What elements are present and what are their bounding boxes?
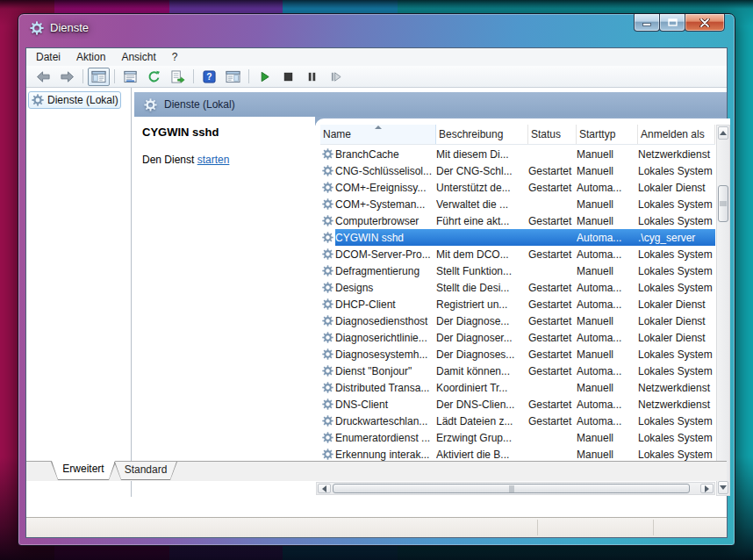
console-tree-panel: Dienste (Lokal) (26, 88, 132, 497)
stop-icon (281, 70, 296, 83)
cell-name: DCOM-Server-Pro... (335, 248, 436, 261)
stop-service-button[interactable] (277, 68, 299, 86)
column-header-anmelden-als[interactable]: Anmelden als (638, 125, 715, 144)
table-row[interactable]: BranchCacheMit diesem Di...ManuellNetzwe… (320, 146, 715, 162)
table-row[interactable]: Diagnosesystemh...Der Diagnoses...Gestar… (320, 346, 715, 363)
cell-anmelden: Lokaler Dienst (638, 332, 715, 344)
column-header-beschreibung[interactable]: Beschreibung (436, 125, 528, 144)
cell-status: Gestartet (528, 282, 577, 294)
right-arrow-icon (705, 485, 709, 492)
service-gear-icon (320, 298, 335, 310)
tree-item-dienste-lokal[interactable]: Dienste (Lokal) (28, 91, 121, 109)
column-header-name[interactable]: Name (320, 125, 436, 144)
cell-name: Dienst "Bonjour" (335, 365, 436, 377)
service-gear-icon (320, 282, 335, 293)
title-bar[interactable]: Dienste (18, 14, 735, 47)
cell-name: Distributed Transa... (335, 382, 436, 394)
service-gear-icon (320, 365, 335, 377)
table-row[interactable]: DefragmentierungStellt Funktion...Manuel… (320, 262, 715, 279)
menu-item-aktion[interactable]: Aktion (68, 49, 113, 65)
export-list-button[interactable] (167, 68, 189, 86)
vertical-scroll-thumb[interactable] (718, 185, 728, 222)
scroll-left-button[interactable] (318, 484, 331, 493)
pause-service-button[interactable] (301, 68, 323, 86)
menu-item-ansicht[interactable]: Ansicht (113, 49, 163, 65)
main-area: Dienste (Lokal) Dienste (Lokal) CYGWIN s… (26, 88, 727, 497)
table-row[interactable]: DHCP-ClientRegistriert un...GestartetAut… (320, 296, 715, 312)
cell-starttyp: Manuell (577, 165, 638, 177)
service-gear-icon (320, 215, 335, 226)
table-row[interactable]: Dienst "Bonjour"Damit können...Gestartet… (320, 363, 715, 379)
selected-service-name: CYGWIN sshd (142, 126, 219, 139)
column-header-starttyp[interactable]: Starttyp (577, 125, 638, 144)
back-button[interactable] (32, 68, 54, 86)
table-row[interactable]: Enumeratordienst ...Erzwingt Grup...Manu… (320, 429, 715, 446)
scroll-right-button[interactable] (700, 484, 714, 493)
cell-beschreibung: Aktiviert die B... (436, 449, 528, 461)
list-header: NameBeschreibungStatusStarttypAnmelden a… (320, 125, 715, 145)
cell-beschreibung: Führt eine akt... (436, 215, 528, 227)
show-console-tree-button[interactable] (88, 68, 110, 86)
cell-starttyp: Automa... (577, 365, 638, 377)
start-service-link[interactable]: starten (197, 154, 230, 166)
refresh-button[interactable] (143, 68, 165, 86)
forward-button[interactable] (56, 68, 78, 86)
column-header-label: Beschreibung (439, 128, 503, 140)
scroll-down-button[interactable] (718, 481, 728, 494)
help-button[interactable]: ? (198, 68, 220, 86)
table-row[interactable]: DCOM-Server-Pro...Mit dem DCO...Gestarte… (320, 246, 715, 262)
cell-anmelden: Lokales System (638, 282, 715, 294)
service-gear-icon (320, 198, 335, 210)
window-content: DateiAktionAnsicht? ? Dienste (Lokal) Di… (25, 47, 728, 538)
maximize-icon (668, 18, 678, 26)
table-row[interactable]: Diagnoserichtlinie...Der Diagnoser...Ges… (320, 329, 715, 346)
resume-service-button[interactable] (325, 68, 347, 86)
close-button[interactable] (685, 14, 725, 32)
scroll-up-button[interactable] (718, 126, 728, 140)
table-row[interactable]: DNS-ClientDer DNS-Clien...GestartetAutom… (320, 396, 715, 413)
table-row[interactable]: DesignsStellt die Desi...GestartetAutoma… (320, 279, 715, 296)
cell-starttyp: Manuell (577, 348, 638, 361)
table-row[interactable]: COM+-Ereignissy...Unterstützt de...Gesta… (320, 179, 715, 196)
table-row[interactable]: DiagnosediensthostDer Diagnose...Gestart… (320, 312, 715, 329)
cell-beschreibung: Koordiniert Tr... (436, 382, 528, 394)
horizontal-scroll-thumb[interactable] (333, 484, 690, 493)
vertical-scrollbar[interactable] (716, 125, 730, 496)
cell-beschreibung: Stellt Funktion... (436, 265, 528, 277)
cell-status: Gestartet (528, 165, 577, 177)
service-gear-icon (320, 382, 335, 393)
table-row[interactable]: ComputerbrowserFührt eine akt...Gestarte… (320, 212, 715, 229)
service-gear-icon (320, 248, 335, 260)
tab-erweitert[interactable]: Erweitert (51, 462, 116, 480)
minimize-button[interactable] (634, 14, 660, 32)
horizontal-scrollbar[interactable] (316, 482, 715, 495)
properties-button[interactable] (119, 68, 141, 86)
cell-beschreibung: Lädt Dateien z... (436, 415, 528, 427)
cell-starttyp: Manuell (577, 382, 638, 394)
cell-starttyp: Automa... (577, 282, 638, 294)
menu-item-?[interactable]: ? (164, 49, 186, 65)
show-action-pane-button[interactable] (222, 68, 244, 86)
table-row[interactable]: Distributed Transa...Koordiniert Tr...Ma… (320, 379, 715, 396)
tab-standard[interactable]: Standard (114, 462, 177, 480)
action-pane-icon (226, 70, 240, 83)
status-separator (537, 520, 538, 535)
start-service-button[interactable] (254, 68, 276, 86)
table-row[interactable]: CYGWIN sshdAutoma....\cyg_server (320, 229, 715, 246)
toolbar-separator (114, 69, 115, 83)
tree-item-label: Dienste (Lokal) (47, 94, 118, 106)
service-detail-pane: CYGWIN sshd Den Dienst starten (134, 117, 313, 497)
table-row[interactable]: CNG-Schlüsselisol...Der CNG-Schl...Gesta… (320, 162, 715, 179)
cell-beschreibung: Der Diagnoses... (436, 348, 528, 361)
table-row[interactable]: Druckwarteschlan...Lädt Dateien z...Gest… (320, 413, 715, 429)
cell-status: Gestartet (528, 365, 577, 377)
menu-item-datei[interactable]: Datei (28, 49, 68, 65)
back-icon (36, 70, 51, 83)
service-gear-icon (320, 315, 335, 327)
table-row[interactable]: COM+-Systeman...Verwaltet die ...Manuell… (320, 196, 715, 212)
maximize-button[interactable] (659, 14, 685, 32)
column-header-label: Starttyp (579, 128, 615, 140)
service-gear-icon (320, 449, 335, 460)
column-header-status[interactable]: Status (528, 125, 577, 144)
toolbar: ? (26, 66, 727, 88)
